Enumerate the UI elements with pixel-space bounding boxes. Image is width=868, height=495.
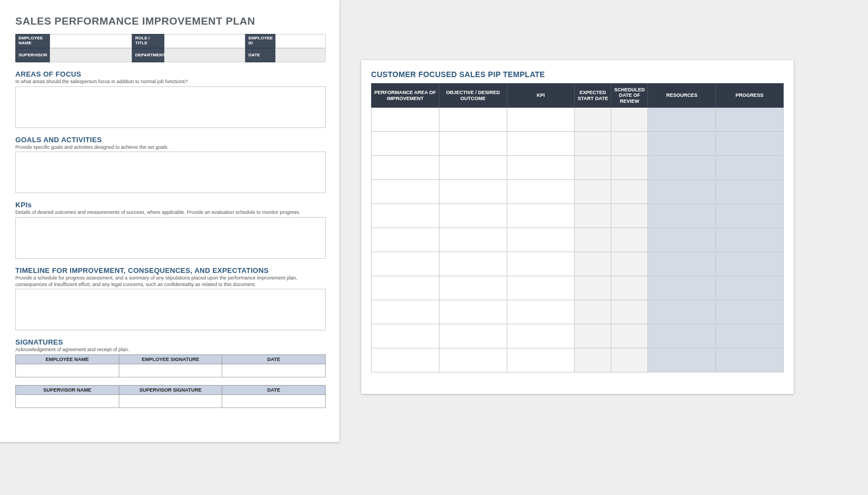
cell-resources[interactable] <box>648 156 716 180</box>
cell-start[interactable] <box>575 132 611 156</box>
emp-name-cell[interactable] <box>16 364 119 377</box>
sup-sig-header: SUPERVISOR SIGNATURE <box>119 386 222 395</box>
doc-title: SALES PERFORMANCE IMPROVEMENT PLAN <box>15 15 324 27</box>
goals-title: GOALS AND ACTIVITIES <box>15 136 324 144</box>
cell-objective[interactable] <box>439 108 507 132</box>
cell-review[interactable] <box>611 348 648 372</box>
field-date[interactable] <box>275 48 326 62</box>
cell-objective[interactable] <box>439 276 507 300</box>
cell-area[interactable] <box>372 228 439 252</box>
cell-area[interactable] <box>372 252 439 276</box>
cell-start[interactable] <box>575 204 611 228</box>
cell-kpi[interactable] <box>507 108 575 132</box>
cell-progress[interactable] <box>716 252 784 276</box>
cell-area[interactable] <box>372 156 439 180</box>
cell-resources[interactable] <box>648 276 716 300</box>
cell-review[interactable] <box>611 276 648 300</box>
timeline-input[interactable] <box>15 289 326 330</box>
cell-progress[interactable] <box>716 348 784 372</box>
cell-kpi[interactable] <box>507 324 575 348</box>
cell-kpi[interactable] <box>507 252 575 276</box>
goals-sub: Provide specific goals and activities de… <box>15 144 324 151</box>
cell-start[interactable] <box>575 156 611 180</box>
cell-start[interactable] <box>575 324 611 348</box>
cell-progress[interactable] <box>716 156 784 180</box>
cell-objective[interactable] <box>439 324 507 348</box>
cell-objective[interactable] <box>439 132 507 156</box>
cell-resources[interactable] <box>648 252 716 276</box>
cell-resources[interactable] <box>648 132 716 156</box>
table-row <box>372 108 784 132</box>
cell-area[interactable] <box>372 204 439 228</box>
cell-kpi[interactable] <box>507 228 575 252</box>
cell-start[interactable] <box>575 180 611 204</box>
cell-start[interactable] <box>575 228 611 252</box>
cell-kpi[interactable] <box>507 156 575 180</box>
cell-progress[interactable] <box>716 228 784 252</box>
cell-resources[interactable] <box>648 348 716 372</box>
emp-date-cell[interactable] <box>222 364 326 377</box>
cell-progress[interactable] <box>716 324 784 348</box>
cell-resources[interactable] <box>648 324 716 348</box>
sup-date-cell[interactable] <box>222 395 326 408</box>
cell-start[interactable] <box>575 276 611 300</box>
cell-review[interactable] <box>611 300 648 324</box>
cell-progress[interactable] <box>716 276 784 300</box>
cell-objective[interactable] <box>439 228 507 252</box>
cell-objective[interactable] <box>439 300 507 324</box>
cell-progress[interactable] <box>716 300 784 324</box>
cell-review[interactable] <box>611 228 648 252</box>
cell-kpi[interactable] <box>507 204 575 228</box>
cell-kpi[interactable] <box>507 180 575 204</box>
cell-review[interactable] <box>611 180 648 204</box>
areas-input[interactable] <box>15 86 326 128</box>
cell-review[interactable] <box>611 324 648 348</box>
cell-start[interactable] <box>575 252 611 276</box>
field-employee-name[interactable] <box>50 34 132 48</box>
cell-area[interactable] <box>372 276 439 300</box>
field-role[interactable] <box>164 34 245 48</box>
cell-area[interactable] <box>372 108 439 132</box>
kpis-input[interactable] <box>15 217 326 259</box>
cell-review[interactable] <box>611 252 648 276</box>
cell-start[interactable] <box>575 348 611 372</box>
cell-review[interactable] <box>611 132 648 156</box>
cell-kpi[interactable] <box>507 132 575 156</box>
cell-resources[interactable] <box>648 228 716 252</box>
cell-resources[interactable] <box>648 180 716 204</box>
cell-kpi[interactable] <box>507 276 575 300</box>
cell-area[interactable] <box>372 300 439 324</box>
field-employee-id[interactable] <box>275 34 326 48</box>
cell-review[interactable] <box>611 204 648 228</box>
label-employee-id: EMPLOYEE ID <box>245 34 275 48</box>
cell-objective[interactable] <box>439 180 507 204</box>
section-areas: AREAS OF FOCUS In what areas should the … <box>15 70 324 128</box>
field-department[interactable] <box>164 48 245 62</box>
cell-area[interactable] <box>372 348 439 372</box>
cell-objective[interactable] <box>439 252 507 276</box>
cell-resources[interactable] <box>648 300 716 324</box>
cell-progress[interactable] <box>716 180 784 204</box>
cell-review[interactable] <box>611 108 648 132</box>
emp-sig-cell[interactable] <box>119 364 222 377</box>
cell-area[interactable] <box>372 132 439 156</box>
cell-start[interactable] <box>575 300 611 324</box>
cell-resources[interactable] <box>648 204 716 228</box>
cell-resources[interactable] <box>648 108 716 132</box>
cell-progress[interactable] <box>716 132 784 156</box>
cell-review[interactable] <box>611 156 648 180</box>
cell-objective[interactable] <box>439 204 507 228</box>
cell-objective[interactable] <box>439 156 507 180</box>
cell-progress[interactable] <box>716 204 784 228</box>
goals-input[interactable] <box>15 152 326 193</box>
cell-start[interactable] <box>575 108 611 132</box>
cell-objective[interactable] <box>439 348 507 372</box>
cell-kpi[interactable] <box>507 300 575 324</box>
sup-sig-cell[interactable] <box>119 395 222 408</box>
cell-area[interactable] <box>372 324 439 348</box>
field-supervisor[interactable] <box>50 48 132 62</box>
cell-progress[interactable] <box>716 108 784 132</box>
cell-area[interactable] <box>372 180 439 204</box>
cell-kpi[interactable] <box>507 348 575 372</box>
sup-name-cell[interactable] <box>16 395 119 408</box>
